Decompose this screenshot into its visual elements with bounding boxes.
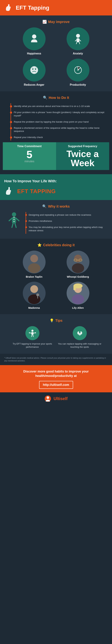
svg-point-24 (28, 263, 40, 273)
why-text-3: You may be stimulating your key nerve po… (29, 226, 105, 232)
why-works-section: 🔍 Why it works Designing and (0, 200, 112, 239)
banner-main-title: EFT TAPPING (17, 188, 56, 194)
tips-grid: Try EFT tapping to improve your sports p… (10, 326, 102, 348)
step-4-text: Repeat a shortened version of the sequen… (14, 126, 105, 133)
banner-hand-icon (4, 186, 15, 196)
tip-massage-text: You can replace tapping with massaging o… (58, 342, 102, 348)
step-2: Fit your problem into a phrase "even tho… (10, 110, 105, 119)
steps-container: Identify what you are anxious about and … (7, 103, 105, 140)
why-dot-2 (25, 220, 27, 222)
time-unit: minutes (5, 160, 53, 163)
svg-line-43 (30, 333, 31, 333)
tips-section: 💡 Tips Try EFT tapping to improve your s… (0, 314, 112, 354)
svg-point-2 (76, 34, 80, 38)
svg-rect-42 (31, 332, 33, 334)
footer: Ultiself (0, 392, 112, 405)
celeb-item-bralon: Bralon Taplin (14, 250, 54, 278)
how-to-section: 🔍 How to Do It Identify what you are anx… (0, 91, 112, 174)
anxiety-circle (67, 28, 89, 50)
why-content: Designing and repeating a phrase can red… (7, 212, 105, 234)
may-improve-label: May improve (48, 20, 70, 24)
svg-rect-35 (37, 296, 38, 298)
header-title: EFT Tapping (16, 4, 49, 11)
why-works-heading: 🔍 Why it works (3, 204, 109, 208)
whoopi-name: Whoopi Goldberg (67, 275, 89, 278)
productivity-label: Productivity (70, 83, 86, 86)
time-commitment-header: Time Commitment (5, 145, 53, 148)
improve-item-happiness: Happiness (14, 28, 54, 55)
svg-line-18 (15, 223, 16, 228)
bralon-svg (23, 250, 46, 274)
why-text-1: Designing and repeating a phrase can red… (29, 214, 91, 217)
bralon-avatar (23, 250, 46, 274)
celeb-item-whoopi: Whoopi Goldberg (58, 250, 98, 278)
svg-point-23 (30, 255, 38, 262)
star-icon: ⭐ (37, 243, 42, 247)
search-icon: 🔍 (42, 204, 47, 208)
improve-banner: How To Improve Your Life With: EFT TAPPI… (0, 174, 112, 200)
productivity-icon (73, 65, 83, 75)
svg-rect-45 (29, 332, 30, 333)
freq-header: Suggested Frequency (59, 145, 107, 148)
svg-line-48 (33, 334, 33, 337)
svg-line-17 (12, 223, 13, 228)
discover-url[interactable]: http://ultiself.com (43, 383, 69, 386)
svg-line-4 (75, 40, 77, 41)
step-3-text: Repeat the problem start by tapping the … (14, 120, 89, 124)
why-point-1: Designing and repeating a phrase can red… (26, 212, 105, 218)
celebrities-label: Celebrities doing it (43, 243, 75, 247)
why-works-label: Why it works (48, 204, 70, 208)
step-4-dot (10, 127, 12, 129)
time-freq-container: Time Commitment 5 minutes Suggested Freq… (3, 142, 109, 170)
svg-line-7 (79, 42, 80, 44)
why-points-container: Designing and repeating a phrase can red… (24, 212, 105, 234)
tips-label: Tips (55, 318, 63, 322)
svg-point-41 (31, 330, 33, 332)
disclaimer-text: * Ultiself does not provide medical advi… (4, 356, 108, 362)
footer-brand-text: Ultiself (53, 396, 68, 401)
svg-line-16 (16, 218, 19, 221)
may-improve-heading: 📈 May improve (3, 20, 109, 24)
suggested-frequency-box: Suggested Frequency Twice a Week (56, 142, 109, 170)
whoopi-avatar (67, 250, 89, 274)
url-box[interactable]: http://ultiself.com (39, 381, 73, 389)
tip-item-sports: Try EFT tapping to improve your sports p… (10, 326, 54, 348)
madonna-avatar (23, 282, 46, 304)
why-point-3: You may be stimulating your key nerve po… (26, 224, 105, 234)
why-dot-1 (25, 214, 27, 216)
svg-rect-14 (12, 217, 16, 223)
svg-point-8 (30, 66, 38, 74)
svg-line-44 (33, 333, 35, 333)
step-3: Repeat the problem start by tapping the … (10, 119, 105, 125)
celebrities-grid: Bralon Taplin Whoopi Goldberg (14, 250, 98, 309)
may-improve-grid: Happiness Anxiety (14, 28, 98, 86)
svg-rect-40 (73, 285, 76, 290)
why-point-2: Promotes mindfulness (26, 218, 105, 224)
body-icon-container (7, 212, 21, 234)
sports-icon (29, 329, 36, 337)
madonna-svg (23, 282, 46, 304)
step-4: Repeat a shortened version of the sequen… (10, 125, 105, 134)
body-svg (7, 212, 21, 233)
svg-line-47 (31, 334, 32, 337)
improve-item-anger: Reduces Anger (14, 59, 54, 86)
time-value: 5 (5, 149, 53, 160)
step-5-dot (10, 136, 12, 138)
whoopi-svg (67, 250, 89, 274)
improve-item-productivity: Productivity (58, 59, 98, 86)
productivity-circle (67, 59, 89, 82)
how-to-label: How to Do It (49, 96, 69, 100)
svg-rect-46 (35, 332, 36, 333)
svg-point-13 (12, 212, 16, 216)
massage-icon (76, 329, 84, 337)
why-text-2: Promotes mindfulness (29, 220, 52, 223)
svg-point-32 (30, 285, 38, 293)
lily-name: Lily Allen (72, 306, 84, 309)
svg-point-20 (13, 219, 14, 220)
sports-icon-bg (25, 326, 39, 340)
svg-point-10 (35, 69, 36, 70)
tip-item-massage: You can replace tapping with massaging o… (58, 326, 102, 348)
anxiety-icon (73, 33, 83, 45)
improve-banner-bottom: EFT TAPPING (4, 186, 108, 196)
svg-point-19 (13, 217, 14, 218)
